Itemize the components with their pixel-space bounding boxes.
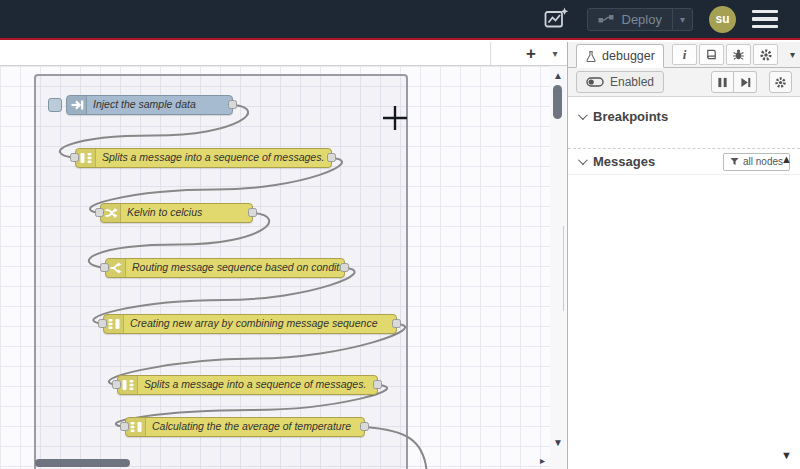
book-icon [705,48,718,61]
pause-icon [717,77,728,88]
node-port[interactable] [112,380,121,389]
sidebar-scroll-down-icon[interactable]: ▼ [781,449,792,461]
debugger-toolbar: Enabled [568,68,800,97]
node-port[interactable] [98,319,107,328]
message-filter-button[interactable]: all nodes [723,153,790,171]
inject-arrow-icon [67,96,87,114]
split-icon [118,376,138,394]
filter-label: all nodes [743,156,783,167]
deploy-label: Deploy [622,12,662,27]
enabled-label: Enabled [610,75,654,89]
flow-node-change[interactable]: Kelvin to celcius [100,203,253,223]
gear-icon [759,48,773,62]
node-port[interactable] [360,422,369,431]
debugger-enabled-toggle[interactable]: Enabled [576,71,664,93]
split-icon [76,149,96,167]
flow-node-join[interactable]: Calculating the the average of temperatu… [125,417,365,437]
bug-icon [732,48,745,61]
chevron-down-icon: ▾ [790,49,795,60]
wire[interactable] [365,427,427,469]
messages-title: Messages [593,154,655,169]
node-label: Calculating the the average of temperatu… [152,418,360,436]
debugger-settings-button[interactable] [769,71,792,93]
flow-node-switch[interactable]: Routing message sequence based on condit… [105,258,345,278]
node-red-editor: Deploy ▾ su + ▾ Inject the sample dataSp… [0,0,800,469]
flow-canvas[interactable]: Inject the sample dataSplits a message i… [0,66,567,469]
sidebar-tabs-menu-button[interactable]: ▾ [790,49,795,60]
add-flow-button[interactable]: + [521,44,541,64]
flow-tab-tools: + ▾ [490,42,565,65]
breakpoints-section-header[interactable]: Breakpoints [568,104,800,129]
node-port[interactable] [248,208,257,217]
join-icon [104,315,124,333]
node-label: Routing message sequence based on condit… [132,259,340,277]
sidebar-tab-row: debugger i [568,42,800,68]
main-menu-button[interactable] [752,10,778,29]
debug-sidebar: debugger i [567,42,800,469]
chevron-down-icon [578,155,588,165]
node-port[interactable] [392,319,401,328]
sidebar-content: Breakpoints Messages all nodes ▲ [568,97,800,469]
node-port[interactable] [100,263,109,272]
plus-icon: + [526,44,536,64]
breakpoints-title: Breakpoints [593,109,668,124]
crosshair-cursor [381,104,409,132]
shuffle-icon [101,204,121,222]
header-bar: Deploy ▾ su [0,0,800,40]
info-tab-button[interactable]: i [672,44,697,65]
scroll-tabs-right-button[interactable] [497,44,517,64]
node-port[interactable] [373,380,382,389]
deploy-options-button[interactable]: ▾ [672,9,692,30]
breakpoints-list [568,129,800,148]
avatar-initials: su [715,12,729,26]
flow-node-join[interactable]: Creating new array by combining message … [103,314,397,334]
horizontal-scroll-thumb[interactable] [35,459,130,467]
sidebar-scroll-up-icon[interactable]: ▲ [781,153,792,165]
node-label: Inject the sample data [93,96,228,114]
tab-debugger[interactable]: debugger [576,44,664,68]
join-icon [126,418,146,436]
user-avatar[interactable]: su [709,6,736,33]
step-forward-icon [740,77,751,88]
deploy-icon [598,13,615,25]
sidebar-tab-buttons: i [672,44,778,65]
node-port[interactable] [327,153,336,162]
node-port[interactable] [70,153,79,162]
deploy-button[interactable]: Deploy ▾ [587,8,694,31]
projects-flow-icon[interactable] [541,4,571,34]
flow-tab-bar: + ▾ [0,42,567,66]
messages-section-header[interactable]: Messages all nodes [568,149,800,174]
flow-node-split[interactable]: Splits a message into a sequence of mess… [117,375,378,395]
pause-button[interactable] [711,71,734,93]
menu-icon [752,10,778,14]
toggle-on-icon [586,75,604,89]
node-port[interactable] [340,263,349,272]
deploy-button-main[interactable]: Deploy [588,12,672,27]
flow-list-button[interactable]: ▾ [545,44,565,64]
flask-icon [585,50,597,63]
help-tab-button[interactable] [699,44,724,65]
inject-trigger-button[interactable] [48,98,62,112]
node-label: Splits a message into a sequence of mess… [144,376,373,394]
debug-tab-button[interactable] [726,44,751,65]
messages-list [568,174,800,175]
gear-icon [774,76,787,89]
funnel-icon [730,157,739,166]
debugger-controls [711,71,792,93]
config-tab-button[interactable] [753,44,778,65]
flow-node-inject[interactable]: Inject the sample data [66,95,233,115]
node-port[interactable] [120,422,129,431]
node-label: Creating new array by combining message … [130,315,392,333]
info-icon: i [683,47,687,63]
tab-debugger-label: debugger [602,49,655,63]
fork-icon [106,259,126,277]
step-button[interactable] [734,71,757,93]
node-port[interactable] [228,100,237,109]
chevron-down-icon [578,110,588,120]
chevron-down-icon: ▾ [680,14,685,25]
node-label: Splits a message into a sequence of mess… [102,149,327,167]
node-port[interactable] [95,208,104,217]
chevron-down-icon: ▾ [552,48,557,59]
flow-node-split[interactable]: Splits a message into a sequence of mess… [75,148,332,168]
node-label: Kelvin to celcius [127,204,248,222]
